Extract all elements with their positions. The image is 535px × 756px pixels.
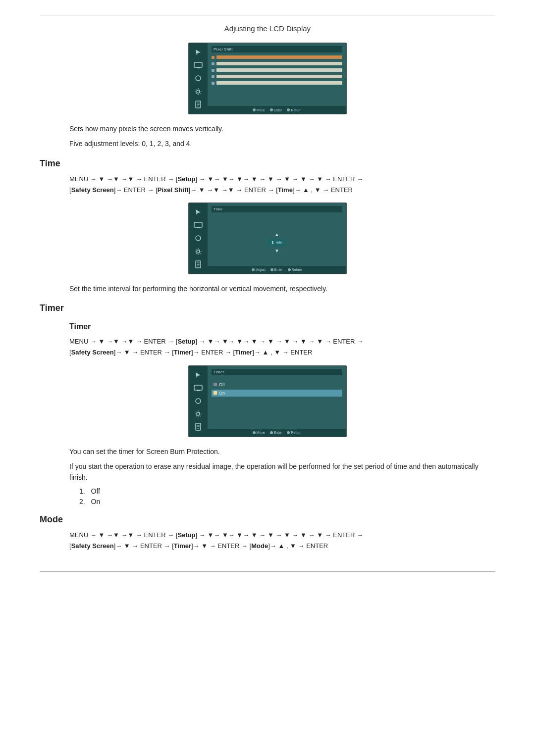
screen-sidebar xyxy=(189,43,208,114)
svg-point-3 xyxy=(196,76,201,81)
time-screen-main: Time ▲ 1 min ▼ Adjust En xyxy=(208,203,346,274)
btn-enter: Enter xyxy=(270,108,282,112)
screen-title: Pixel Shift xyxy=(212,46,342,52)
page-container: Adjusting the LCD Display xyxy=(0,0,535,592)
document-icon-2 xyxy=(193,259,204,269)
time-number: 1 xyxy=(271,240,274,245)
timer-desc1: You can set the timer for Screen Burn Pr… xyxy=(69,446,495,457)
svg-point-22 xyxy=(197,412,200,415)
time-btn-return: Return xyxy=(288,268,302,271)
time-content: ▲ 1 min ▼ xyxy=(212,214,342,271)
screen-menu-list xyxy=(212,54,342,87)
time-nav-line1: MENU → ▼ →▼ →▼ → ENTER → [Setup] → ▼→ ▼→… xyxy=(69,175,363,183)
display-icon-3 xyxy=(193,383,204,393)
bar-1 xyxy=(216,62,342,65)
time-btn-enter-label: Enter xyxy=(274,268,283,271)
btn-return: Return xyxy=(287,108,301,112)
dot-timer-return xyxy=(287,431,290,434)
dot-time-enter xyxy=(270,268,273,271)
svg-rect-19 xyxy=(194,385,202,390)
timer-nav-path: MENU → ▼ →▼ →▼ → ENTER → [Setup] → ▼→ ▼→… xyxy=(69,336,495,358)
timer-label-on: On xyxy=(219,391,225,396)
bullet-2 xyxy=(212,69,214,72)
list-num-2: 2. xyxy=(79,498,85,505)
screen-item-0 xyxy=(212,55,342,59)
time-unit: min xyxy=(276,240,282,245)
timer-screen-mockup: Timer Off On Move xyxy=(188,365,347,437)
svg-rect-10 xyxy=(194,222,202,227)
vertical-screen-wrapper: Pixel Shift xyxy=(40,43,495,114)
bullet-0 xyxy=(212,56,214,59)
time-value-display: 1 min xyxy=(268,239,285,246)
screen-item-3 xyxy=(212,75,342,78)
screen-item-1 xyxy=(212,62,342,65)
list-label-on: On xyxy=(91,498,101,505)
timer-btn-enter: Enter xyxy=(270,431,282,434)
bar-0 xyxy=(216,55,342,59)
time-screen-wrapper: Time ▲ 1 min ▼ Adjust En xyxy=(40,202,495,274)
timer-label-off: Off xyxy=(219,382,225,387)
screen-bottom-bar: Move Enter Return xyxy=(208,106,346,114)
bullet-4 xyxy=(212,82,214,85)
time-screen-bottom-bar: Adjust Enter Return xyxy=(208,266,346,274)
timer-screen-sidebar xyxy=(189,366,208,437)
gear-icon xyxy=(193,87,204,97)
time-arrow-up: ▲ xyxy=(274,232,279,237)
gear-icon-3 xyxy=(193,409,204,419)
bullet-off xyxy=(214,383,217,386)
timer-screen-title: Timer xyxy=(212,369,342,375)
dot-return xyxy=(287,108,290,111)
btn-enter-label: Enter xyxy=(274,108,282,112)
dot-timer-enter xyxy=(270,431,273,434)
timer-heading: Timer xyxy=(40,303,495,313)
time-screen-title: Time xyxy=(212,206,342,212)
circle-icon-2 xyxy=(193,233,204,243)
dot-time-return xyxy=(288,268,291,271)
gear-icon-2 xyxy=(193,247,204,256)
timer-subheading: Timer xyxy=(69,322,495,331)
cursor-icon xyxy=(193,48,204,57)
document-icon-3 xyxy=(193,422,204,432)
timer-content: Off On xyxy=(212,377,342,401)
timer-btn-return: Return xyxy=(287,431,301,434)
timer-item-off: Off xyxy=(212,381,342,388)
cursor-icon-2 xyxy=(193,207,204,217)
timer-btn-move-label: Move xyxy=(257,431,265,434)
dot-enter xyxy=(270,108,273,111)
time-btn-adjust: Adjust xyxy=(252,268,265,271)
timer-screen-bottom-bar: Move Enter Return xyxy=(208,429,346,437)
vertical-desc1: Sets how many pixels the screen moves ve… xyxy=(69,123,495,134)
mode-heading: Mode xyxy=(40,514,495,525)
list-item-on: 2. On xyxy=(79,498,495,505)
svg-rect-11 xyxy=(197,227,200,228)
page-title: Adjusting the LCD Display xyxy=(40,24,495,33)
list-label-off: Off xyxy=(91,487,100,495)
bar-3 xyxy=(216,75,342,78)
time-btn-adjust-label: Adjust xyxy=(256,268,265,271)
timer-screen-main: Timer Off On Move xyxy=(208,366,346,437)
svg-marker-0 xyxy=(196,50,201,55)
bottom-rule xyxy=(40,571,495,572)
display-icon-2 xyxy=(193,220,204,230)
bullet-on xyxy=(214,391,217,395)
svg-rect-20 xyxy=(197,390,200,391)
bullet-3 xyxy=(212,75,214,78)
vertical-desc2: Five adjustment levels: 0, 1, 2, 3, and … xyxy=(69,138,495,149)
time-heading: Time xyxy=(40,158,495,169)
time-nav-path: MENU → ▼ →▼ →▼ → ENTER → [Setup] → ▼→ ▼→… xyxy=(69,174,495,196)
time-desc: Set the time interval for performing the… xyxy=(69,283,495,294)
dot-timer-move xyxy=(253,431,256,434)
timer-btn-enter-label: Enter xyxy=(274,431,282,434)
cursor-icon-3 xyxy=(193,370,204,380)
svg-rect-2 xyxy=(197,67,200,68)
time-btn-enter: Enter xyxy=(270,268,283,271)
screen-item-4 xyxy=(212,81,342,85)
svg-rect-1 xyxy=(194,62,202,67)
mode-nav-path: MENU → ▼ →▼ →▼ → ENTER → [Setup] → ▼→ ▼→… xyxy=(69,530,495,552)
time-btn-return-label: Return xyxy=(292,268,302,271)
timer-screen-wrapper: Timer Off On Move xyxy=(40,365,495,437)
screen-main: Pixel Shift xyxy=(208,43,346,114)
btn-move-label: Move xyxy=(257,108,265,112)
bullet-1 xyxy=(212,62,214,65)
screen-item-2 xyxy=(212,68,342,72)
